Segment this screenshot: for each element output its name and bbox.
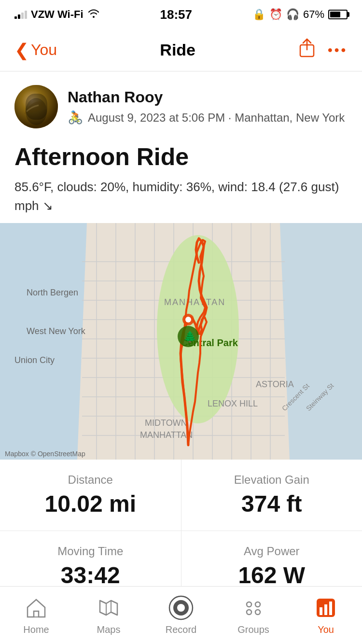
tab-you-label: You [318, 624, 334, 635]
profile-info: Nathan Rooy 🚴 August 9, 2023 at 5:06 PM … [68, 88, 348, 125]
home-icon [24, 595, 49, 620]
status-bar: VZW Wi-Fi 18:57 🔒 ⏰ 🎧 67% [0, 0, 362, 29]
tab-groups[interactable]: Groups [217, 595, 290, 635]
svg-point-37 [185, 317, 191, 322]
stat-elevation: Elevation Gain 374 ft [181, 460, 362, 531]
groups-icon [241, 595, 266, 620]
stat-distance-label: Distance [10, 473, 171, 487]
activity-date: August 9, 2023 at 5:06 PM · Manhattan, N… [88, 111, 345, 125]
svg-point-49 [255, 602, 260, 607]
stat-elevation-label: Elevation Gain [191, 473, 353, 487]
svg-text:LENOX HILL: LENOX HILL [208, 399, 258, 408]
status-left: VZW Wi-Fi [14, 8, 100, 21]
svg-point-50 [247, 610, 251, 615]
nav-bar: ❮ You Ride ●●● [0, 29, 362, 71]
back-label: You [31, 41, 57, 59]
svg-text:North Bergen: North Bergen [27, 288, 78, 297]
svg-rect-41 [34, 611, 39, 617]
svg-text:MIDTOWN: MIDTOWN [145, 418, 187, 428]
stat-elevation-value: 374 ft [191, 490, 353, 517]
svg-marker-42 [100, 601, 117, 615]
battery-icon [328, 10, 348, 19]
tab-bar: Home Maps Record [0, 586, 362, 644]
svg-text:🌲: 🌲 [183, 330, 197, 343]
tab-record[interactable]: Record [145, 595, 217, 635]
svg-text:West New York: West New York [27, 326, 86, 336]
battery-percent: 67% [303, 8, 324, 21]
svg-point-2 [26, 98, 47, 125]
tab-maps[interactable]: Maps [72, 595, 145, 635]
signal-icon [14, 10, 27, 19]
svg-text:MANHATTAN: MANHATTAN [164, 297, 225, 307]
alarm-icon: ⏰ [269, 8, 282, 21]
svg-point-47 [177, 604, 185, 612]
headphone-icon: 🎧 [286, 8, 299, 21]
chevron-left-icon: ❮ [14, 40, 29, 60]
profile-section: Nathan Rooy 🚴 August 9, 2023 at 5:06 PM … [0, 71, 362, 138]
you-icon [313, 595, 338, 620]
stats-row-1: Distance 10.02 mi Elevation Gain 374 ft [0, 460, 362, 531]
lock-icon: 🔒 [252, 8, 265, 21]
tab-groups-label: Groups [237, 624, 269, 635]
stat-avg-power-label: Avg Power [191, 545, 353, 558]
weather-info: 85.6°F, clouds: 20%, humidity: 36%, wind… [14, 178, 348, 215]
svg-text:Mapbox © OpenStreetMap: Mapbox © OpenStreetMap [5, 450, 85, 458]
stat-moving-time-value: 33:42 [10, 562, 171, 588]
back-button[interactable]: ❮ You [14, 40, 57, 60]
tab-maps-label: Maps [97, 624, 121, 635]
svg-point-48 [247, 602, 251, 607]
svg-text:Union City: Union City [14, 355, 55, 365]
tab-record-label: Record [166, 624, 196, 635]
tab-home-label: Home [23, 624, 49, 635]
tab-you[interactable]: You [290, 595, 362, 635]
activity-title: Afternoon Ride [14, 143, 348, 171]
more-icon[interactable]: ●●● [327, 45, 348, 55]
maps-icon [96, 595, 121, 620]
stat-moving-time-label: Moving Time [10, 545, 171, 558]
svg-text:MANHATTAN: MANHATTAN [140, 430, 193, 440]
status-right: 🔒 ⏰ 🎧 67% [252, 8, 348, 21]
status-time: 18:57 [160, 7, 193, 22]
stat-distance-value: 10.02 mi [10, 490, 171, 517]
record-icon [168, 595, 194, 620]
wifi-icon [87, 8, 100, 21]
profile-meta: 🚴 August 9, 2023 at 5:06 PM · Manhattan,… [68, 110, 348, 125]
svg-rect-55 [329, 602, 332, 615]
avatar [14, 85, 58, 128]
stat-distance: Distance 10.02 mi [0, 460, 181, 531]
svg-rect-54 [324, 604, 327, 615]
share-icon[interactable] [298, 38, 316, 62]
carrier-label: VZW Wi-Fi [31, 8, 84, 21]
svg-text:ASTORIA: ASTORIA [256, 379, 294, 389]
svg-rect-53 [320, 607, 322, 615]
svg-point-51 [255, 610, 260, 615]
profile-name: Nathan Rooy [68, 88, 348, 106]
nav-title: Ride [160, 41, 195, 59]
activity-section: Afternoon Ride 85.6°F, clouds: 20%, humi… [0, 138, 362, 223]
map-section[interactable]: Central Park North Bergen West New York … [0, 223, 362, 460]
stat-avg-power-value: 162 W [191, 562, 353, 588]
bike-icon: 🚴 [68, 110, 83, 125]
nav-actions: ●●● [298, 38, 348, 62]
tab-home[interactable]: Home [0, 595, 72, 635]
